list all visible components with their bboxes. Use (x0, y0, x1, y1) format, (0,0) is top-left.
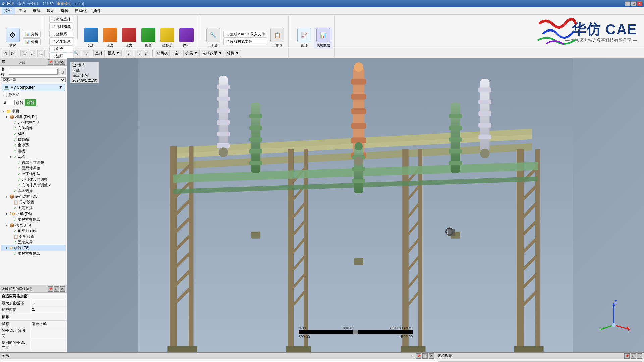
svg-rect-75 (249, 149, 262, 154)
detail-row-status: 状态 需要求解 (0, 321, 67, 327)
table-pin-btn[interactable]: 📌 (624, 353, 630, 359)
probe-btn[interactable]: 探针 (177, 27, 196, 49)
geom-btn[interactable]: ⬚ 几何图像 (49, 23, 73, 30)
read-init-btn[interactable]: ⬚ 读取初始文件 (223, 38, 267, 45)
ribbon-group-results-content: 变形 应变 应力 能量 坐标系 (82, 16, 196, 60)
cores-input[interactable] (3, 100, 15, 105)
search-row: 名称 ⬚ (1, 67, 66, 77)
tree-item-connect[interactable]: ✓ 连接 (1, 148, 66, 154)
detail-header: 求解 (E6)的详细信息 📌 □ ✕ (0, 285, 67, 293)
table-close-btn[interactable]: ✕ (637, 353, 642, 359)
search-btn[interactable]: ⬚ (58, 68, 66, 75)
detail-pin-btn[interactable]: 📌 (48, 286, 53, 292)
solve-run-btn[interactable]: 求解 (25, 99, 36, 106)
tree-item-mesh[interactable]: ▼ ✓ 网格 (1, 154, 66, 160)
distributed-button[interactable]: ⬚ 分布式 (2, 92, 65, 98)
tree-item-solve-d6[interactable]: ▼ ?⚙ 求解 (D6) (1, 211, 66, 217)
mesh-mark-btn[interactable]: ⬚ 米坐标系 (49, 38, 73, 45)
ribbon-group-tools-content: 🔧 工具条 ⬚ 生成MAPDL录入文件 ⬚ 读取初始文件 📋 工作表 (204, 16, 286, 60)
name-select-btn[interactable]: ⬚ 命名选择 (49, 16, 73, 23)
detail-row-mapdl-time: MAPDL计算时间 (0, 327, 67, 339)
analysis2-btn[interactable]: 📊 分析 (23, 38, 41, 45)
chart-float-btn[interactable]: □ (422, 353, 428, 359)
gen-mapdl-btn[interactable]: ⬚ 生成MAPDL录入文件 (223, 31, 267, 38)
strain-btn[interactable]: 应变 (101, 27, 119, 49)
analysis-btn[interactable]: 📊 分析 (23, 31, 41, 38)
detail-float-btn[interactable]: □ (54, 286, 59, 292)
menu-file[interactable]: 文件 (2, 7, 15, 14)
tree-item-edge-size[interactable]: ✓ 边线尺寸调整 (1, 160, 66, 165)
svg-rect-56 (217, 143, 230, 148)
detail-title: 求解 (E6)的详细信息 (2, 287, 33, 291)
tree-item-model[interactable]: ▼ 📦 模型 (D4, E4) (1, 114, 66, 120)
table-view-btn[interactable]: 📊 表格数据 (314, 27, 332, 49)
menubar: 文件 主页 求解 显示 选择 自动化 插件 (0, 7, 644, 15)
tree-item-body-size1[interactable]: ✓ 几何体尺寸调整 (1, 177, 66, 182)
maximize-button[interactable]: □ (631, 1, 636, 6)
tree-item-named-sel[interactable]: ✓ 命名选择 (1, 188, 66, 194)
svg-point-87 (354, 142, 363, 151)
tree-item-project[interactable]: ▼ 📁 项目* (1, 108, 66, 114)
filter-dropdown[interactable]: 搜索栏里 (1, 77, 66, 82)
chart-header: 图形 1. 📌 □ ✕ (0, 353, 436, 359)
tree-item-solve-info-e6[interactable]: ✓ 求解方案信息 (1, 251, 66, 256)
detail-row-mapdl-mem: 使用的MAPDL内存 (0, 339, 67, 351)
svg-rect-25 (514, 346, 544, 352)
tree-item-patch[interactable]: ✓ 补丁适形法 (1, 171, 66, 177)
coord-btn[interactable]: ⬚ 坐标系 (49, 31, 73, 38)
close-button[interactable]: ✕ (637, 1, 642, 6)
tree-item-solve-info-d6[interactable]: ✓ 求解方案信息 (1, 217, 66, 222)
svg-rect-66 (351, 108, 366, 114)
left-panel: 卸 📌 □ ✕ 名称 ⬚ 搜索栏里 (0, 58, 67, 352)
comment-btn[interactable]: ⬚ 命令 (49, 45, 73, 52)
tree-item-crosssection[interactable]: ✓ 横截面 (1, 137, 66, 142)
coord-sys-btn[interactable]: 坐标系 (158, 27, 176, 49)
detail-section-mesh: 自适应网格加密 (0, 293, 67, 300)
tree-item-face-size[interactable]: ✓ 面尺寸调整 (1, 165, 66, 171)
tree-item-analysis-set[interactable]: 📋 分析设置 (1, 199, 66, 205)
deform-btn[interactable]: 变形 (82, 27, 100, 49)
stress-btn[interactable]: 应力 (120, 27, 138, 49)
svg-rect-85 (352, 167, 365, 171)
viewport-sub-label: 求解 (72, 68, 97, 73)
tree-item-geom-part[interactable]: ✓ 几何构件 (1, 125, 66, 131)
viewport-mode-label: E: 模态 (72, 63, 97, 68)
my-computer-button[interactable]: 💻 My Computer ▼ (2, 84, 65, 91)
scale-bar-image (299, 330, 413, 334)
logo-main: 华仿 CAE (572, 20, 637, 39)
my-computer-label: My Computer (10, 85, 35, 90)
detail-row-depth: 加密深度 2. (0, 307, 67, 313)
search-input[interactable] (9, 69, 58, 75)
svg-rect-53 (217, 108, 230, 113)
menu-plugin[interactable]: 插件 (90, 7, 104, 14)
detail-close-btn[interactable]: ✕ (60, 286, 65, 292)
solve-button[interactable]: ⚙ 求解 (4, 27, 22, 49)
minimize-button[interactable]: — (625, 1, 630, 6)
svg-rect-73 (249, 126, 262, 130)
tree-content: ▼ 📁 项目* ▼ 📦 模型 (D4, E4) ✓ 几何结构导入 ✓ (0, 107, 67, 285)
tree-item-static[interactable]: ▼ 📦 静态结构 (D5) (1, 194, 66, 199)
tree-item-solve-e6[interactable]: ▼ ⚙ 求解 (E6) (1, 245, 66, 251)
tree-item-modal-fixed[interactable]: ✓ 固定支撑 (1, 239, 66, 245)
menu-solve[interactable]: 求解 (30, 7, 43, 14)
chart-pin-btn[interactable]: 📌 (416, 353, 421, 359)
workbench-btn[interactable]: 📋 工作表 (268, 27, 286, 49)
chart-view-btn[interactable]: 📈 图形 (295, 27, 313, 49)
tree-item-body-size2[interactable]: ✓ 几何体尺寸调整 2 (1, 182, 66, 188)
tree-item-geom-import[interactable]: ✓ 几何结构导入 (1, 120, 66, 125)
table-float-btn[interactable]: □ (631, 353, 636, 359)
tree-item-modal-analysis[interactable]: 📋 分析设置 (1, 234, 66, 239)
energy-btn[interactable]: 能量 (139, 27, 157, 49)
menu-select[interactable]: 选择 (58, 7, 71, 14)
menu-automate[interactable]: 自动化 (72, 7, 90, 14)
tree-item-coord[interactable]: ✓ 坐标系 (1, 142, 66, 148)
toolbar-btn[interactable]: 🔧 工具条 (204, 27, 222, 49)
tree-item-material[interactable]: ✓ 材料 (1, 131, 66, 137)
svg-text:Z: Z (614, 300, 617, 304)
tree-item-modal[interactable]: ▼ 📦 模态 (E5) (1, 222, 66, 228)
menu-home[interactable]: 主页 (16, 7, 29, 14)
tree-item-prestress[interactable]: ✓ 预应力 (无) (1, 228, 66, 234)
tree-item-fixed-support[interactable]: ✓ 固定支撑 (1, 205, 66, 211)
chart-close-btn[interactable]: ✕ (429, 353, 434, 359)
menu-display[interactable]: 显示 (44, 7, 57, 14)
